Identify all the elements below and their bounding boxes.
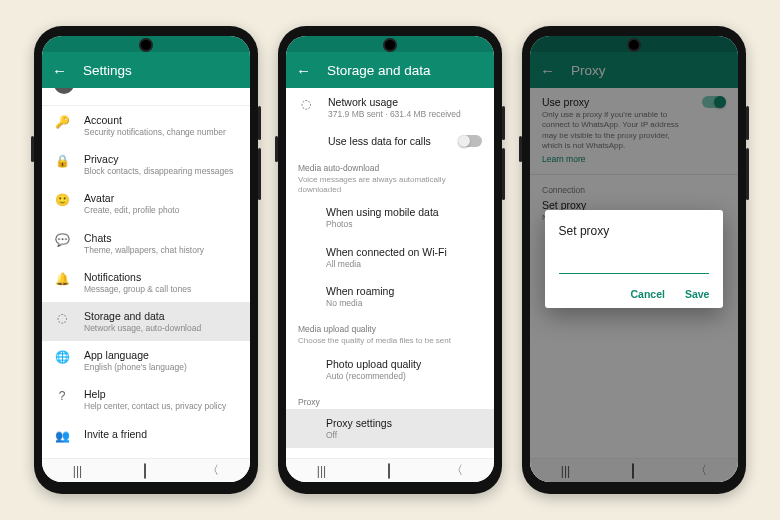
- settings-row-invite-a-friend[interactable]: 👥Invite a friend: [42, 420, 250, 451]
- nav-back-icon[interactable]: 〈: [441, 460, 473, 481]
- section-note: Choose the quality of media files to be …: [286, 336, 494, 350]
- data-usage-icon: ◌: [298, 96, 314, 111]
- side-button: [746, 106, 749, 140]
- nav-recents-icon[interactable]: |||: [63, 462, 92, 480]
- section-header: Media auto-download: [286, 155, 494, 175]
- row-subtext: All media: [326, 259, 482, 269]
- row-icon: 🌐: [54, 349, 70, 364]
- avatar: [54, 88, 74, 94]
- side-button: [502, 106, 505, 140]
- row-subtext: Help center, contact us, privacy policy: [84, 401, 238, 411]
- row-label: Proxy settings: [326, 417, 482, 429]
- row-subtext: Theme, wallpapers, chat history: [84, 245, 238, 255]
- nav-home-icon[interactable]: [378, 462, 400, 480]
- phone-settings: ← Settings 🔑AccountSecurity notification…: [34, 26, 258, 494]
- section-note: Voice messages are always automatically …: [286, 175, 494, 198]
- row-label: Use less data for calls: [328, 135, 444, 147]
- status-bar: [42, 36, 250, 52]
- app-bar: ← Storage and data: [286, 52, 494, 88]
- nav-bar: ||| 〈: [286, 458, 494, 482]
- row-subtext: English (phone's language): [84, 362, 238, 372]
- row-icon: ◌: [54, 310, 70, 325]
- row-label: Notifications: [84, 271, 238, 283]
- side-button: [746, 148, 749, 200]
- row-icon: ?: [54, 388, 70, 403]
- back-icon[interactable]: ←: [296, 63, 311, 78]
- settings-row-chats[interactable]: 💬ChatsTheme, wallpapers, chat history: [42, 224, 250, 263]
- row-label: Invite a friend: [84, 428, 238, 440]
- row-subtext: Create, edit, profile photo: [84, 205, 238, 215]
- row-label: When using mobile data: [326, 206, 482, 218]
- side-button: [258, 148, 261, 200]
- row-label: Privacy: [84, 153, 238, 165]
- row-label: When roaming: [326, 285, 482, 297]
- row-icon: 🔔: [54, 271, 70, 286]
- row-subtext: Network usage, auto-download: [84, 323, 238, 333]
- side-button: [502, 148, 505, 200]
- row-label: Account: [84, 114, 238, 126]
- settings-row-notifications[interactable]: 🔔NotificationsMessage, group & call tone…: [42, 263, 250, 302]
- row-proxy-settings[interactable]: Proxy settings Off: [286, 409, 494, 448]
- row-label: Network usage: [328, 96, 482, 108]
- row-network-usage[interactable]: ◌ Network usage 371.9 MB sent · 631.4 MB…: [286, 88, 494, 127]
- row-label: When connected on Wi-Fi: [326, 246, 482, 258]
- side-button: [31, 136, 34, 162]
- row-when-using-mobile-data[interactable]: When using mobile dataPhotos: [286, 198, 494, 237]
- settings-row-privacy[interactable]: 🔒PrivacyBlock contacts, disappearing mes…: [42, 145, 250, 184]
- row-label: Chats: [84, 232, 238, 244]
- dialog-scrim[interactable]: Set proxy Cancel Save: [530, 36, 738, 482]
- row-subtext: Message, group & call tones: [84, 284, 238, 294]
- proxy-address-input[interactable]: [559, 258, 710, 274]
- row-subtext: Security notifications, change number: [84, 127, 238, 137]
- row-photo-quality[interactable]: Photo upload quality Auto (recommended): [286, 350, 494, 389]
- toggle-less-data[interactable]: [458, 135, 482, 147]
- row-label: Storage and data: [84, 310, 238, 322]
- row-label: Avatar: [84, 192, 238, 204]
- page-title: Storage and data: [327, 63, 431, 78]
- row-less-data[interactable]: Use less data for calls: [286, 127, 494, 155]
- row-label: Help: [84, 388, 238, 400]
- row-icon: 🔑: [54, 114, 70, 129]
- row-subtext: Off: [326, 430, 482, 440]
- settings-row-help[interactable]: ?HelpHelp center, contact us, privacy po…: [42, 380, 250, 419]
- dialog-set-proxy: Set proxy Cancel Save: [545, 210, 724, 309]
- settings-row-account[interactable]: 🔑AccountSecurity notifications, change n…: [42, 106, 250, 145]
- profile-strip[interactable]: [42, 88, 250, 106]
- settings-list: 🔑AccountSecurity notifications, change n…: [42, 88, 250, 458]
- cancel-button[interactable]: Cancel: [630, 288, 664, 300]
- back-icon[interactable]: ←: [52, 63, 67, 78]
- side-button: [275, 136, 278, 162]
- nav-bar: ||| 〈: [42, 458, 250, 482]
- row-label: App language: [84, 349, 238, 361]
- screen: ← Proxy Use proxy Only use a proxy if yo…: [530, 36, 738, 482]
- nav-recents-icon[interactable]: |||: [307, 462, 336, 480]
- row-subtext: Block contacts, disappearing messages: [84, 166, 238, 176]
- phone-proxy: ← Proxy Use proxy Only use a proxy if yo…: [522, 26, 746, 494]
- side-button: [258, 106, 261, 140]
- screen: ← Storage and data ◌ Network usage 371.9…: [286, 36, 494, 482]
- row-icon: 🙂: [54, 192, 70, 207]
- row-icon: 💬: [54, 232, 70, 247]
- dialog-title: Set proxy: [559, 224, 710, 238]
- spacer: [298, 135, 314, 136]
- storage-content: ◌ Network usage 371.9 MB sent · 631.4 MB…: [286, 88, 494, 458]
- status-bar: [286, 36, 494, 52]
- settings-row-avatar[interactable]: 🙂AvatarCreate, edit, profile photo: [42, 184, 250, 223]
- row-subtext: No media: [326, 298, 482, 308]
- row-when-connected-on-wi-fi[interactable]: When connected on Wi-FiAll media: [286, 238, 494, 277]
- section-header: Proxy: [286, 389, 494, 409]
- app-bar: ← Settings: [42, 52, 250, 88]
- settings-row-storage-and-data[interactable]: ◌Storage and dataNetwork usage, auto-dow…: [42, 302, 250, 341]
- page-title: Settings: [83, 63, 132, 78]
- row-label: Photo upload quality: [326, 358, 482, 370]
- nav-back-icon[interactable]: 〈: [197, 460, 229, 481]
- screen: ← Settings 🔑AccountSecurity notification…: [42, 36, 250, 482]
- row-subtext: 371.9 MB sent · 631.4 MB received: [328, 109, 482, 119]
- nav-home-icon[interactable]: [134, 462, 156, 480]
- settings-row-app-language[interactable]: 🌐App languageEnglish (phone's language): [42, 341, 250, 380]
- row-subtext: Photos: [326, 219, 482, 229]
- side-button: [519, 136, 522, 162]
- row-subtext: Auto (recommended): [326, 371, 482, 381]
- row-when-roaming[interactable]: When roamingNo media: [286, 277, 494, 316]
- save-button[interactable]: Save: [685, 288, 710, 300]
